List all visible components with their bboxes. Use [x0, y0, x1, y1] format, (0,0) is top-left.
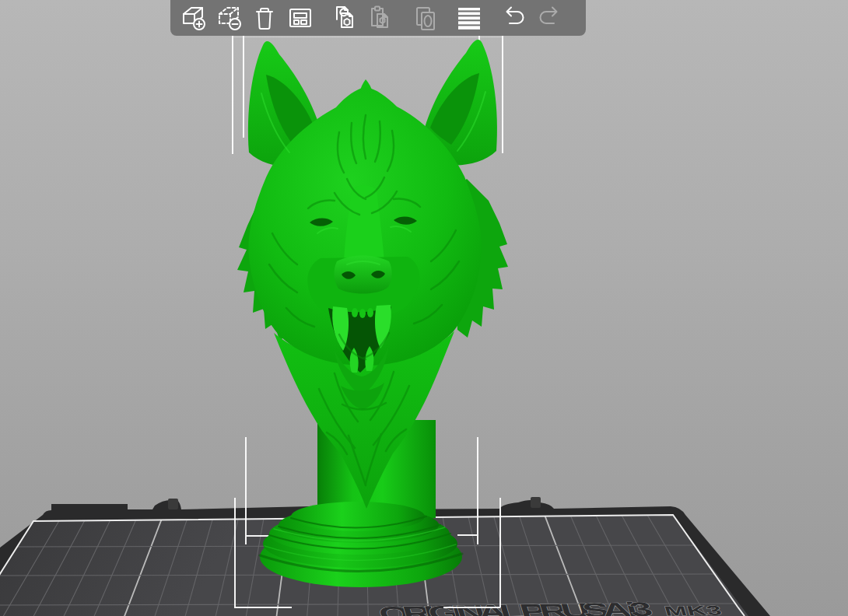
- arrange-icon: [286, 4, 314, 32]
- undo-icon: [499, 4, 527, 32]
- delete-all-icon: [251, 4, 279, 32]
- 3d-viewport[interactable]: ORIGINAL PRUSA i3 MK3: [0, 0, 848, 616]
- redo-button[interactable]: [536, 4, 564, 32]
- scene-canvas: ORIGINAL PRUSA i3 MK3: [0, 0, 848, 616]
- copy-button[interactable]: [331, 4, 359, 32]
- top-toolbar: [170, 0, 586, 36]
- add-object-icon: [179, 4, 207, 32]
- layer-height-icon: [455, 4, 483, 32]
- redo-icon: [536, 4, 564, 32]
- copy-icon: [331, 4, 359, 32]
- bed-label-model: MK3: [662, 603, 724, 616]
- arrange-button[interactable]: [286, 4, 314, 32]
- remove-object-icon: [215, 4, 243, 32]
- instances-icon: [412, 4, 440, 32]
- delete-all-button[interactable]: [251, 4, 279, 32]
- undo-button[interactable]: [499, 4, 527, 32]
- bed-knob-right: [531, 497, 541, 508]
- bed-knob-left: [168, 499, 178, 509]
- paste-icon: [366, 4, 394, 32]
- add-object-button[interactable]: [179, 4, 207, 32]
- instances-button[interactable]: [412, 4, 440, 32]
- layer-height-button[interactable]: [455, 4, 483, 32]
- remove-object-button[interactable]: [215, 4, 243, 32]
- paste-button[interactable]: [366, 4, 394, 32]
- model-wolf-bust[interactable]: [237, 40, 508, 587]
